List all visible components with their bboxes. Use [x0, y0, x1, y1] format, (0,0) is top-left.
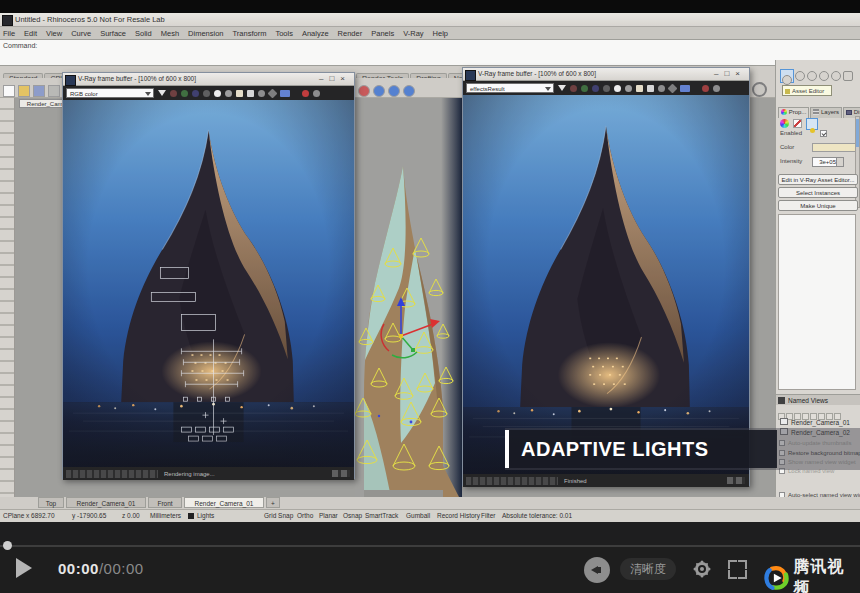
viewport-tab-render-camera-01[interactable]: Render_Camera_01: [66, 497, 146, 508]
menu-vray[interactable]: V-Ray: [403, 29, 423, 38]
red-channel-icon[interactable]: [170, 90, 177, 97]
status-smarttrack[interactable]: SmartTrack: [365, 512, 398, 519]
channel-dropdown[interactable]: RGB color: [66, 88, 154, 98]
menu-edit[interactable]: Edit: [24, 29, 37, 38]
channels-filter-icon[interactable]: [158, 90, 166, 96]
settings-gear-icon[interactable]: [752, 82, 767, 97]
stop-render-icon[interactable]: [702, 85, 709, 92]
render-last-icon[interactable]: [713, 85, 720, 92]
save-image-icon[interactable]: [647, 85, 654, 92]
save-image-icon[interactable]: [247, 90, 254, 97]
clear-image-icon[interactable]: [258, 90, 265, 97]
alpha-channel-icon[interactable]: [603, 85, 610, 92]
stop-render-icon[interactable]: [302, 90, 309, 97]
status-units[interactable]: Millimeters: [150, 512, 181, 519]
model-3d-view[interactable]: [355, 98, 462, 497]
help-red-icon[interactable]: [358, 85, 370, 97]
help-blue-icon[interactable]: [403, 85, 415, 97]
fb-left-titlebar[interactable]: V-Ray frame buffer - [100% of 600 x 800]…: [63, 73, 354, 86]
play-button[interactable]: [16, 558, 32, 578]
maximize-button[interactable]: □: [724, 69, 735, 78]
status-record-history[interactable]: Record History: [437, 512, 480, 519]
clear-image-icon[interactable]: [658, 85, 665, 92]
status-gumball[interactable]: Gumball: [406, 512, 430, 519]
status-ortho[interactable]: Ortho: [297, 512, 313, 519]
menu-view[interactable]: View: [46, 29, 62, 38]
menu-solid[interactable]: Solid: [135, 29, 152, 38]
asset-editor-icon[interactable]: [780, 69, 794, 83]
red-channel-icon[interactable]: [570, 85, 577, 92]
minimize-button[interactable]: ‒: [319, 74, 329, 83]
viewport-tab-render-camera-01-active[interactable]: Render_Camera_01: [184, 497, 264, 508]
viewport-tab-new[interactable]: +: [266, 497, 280, 508]
menu-tools[interactable]: Tools: [275, 29, 293, 38]
vray-frame-buffer-right[interactable]: V-Ray frame buffer - [100% of 600 x 800]…: [462, 67, 750, 486]
vray-region-icon[interactable]: [831, 71, 841, 81]
menu-curve[interactable]: Curve: [71, 29, 91, 38]
close-button[interactable]: ×: [340, 74, 351, 83]
viewport-tab-front[interactable]: Front: [148, 497, 182, 508]
command-area[interactable]: Command:: [0, 39, 860, 66]
left-tool-palette[interactable]: [0, 98, 15, 497]
render-last-icon[interactable]: [313, 90, 320, 97]
vray-camera-icon[interactable]: [807, 71, 817, 81]
maximize-button[interactable]: □: [329, 74, 340, 83]
minimize-button[interactable]: ‒: [714, 69, 724, 78]
fullscreen-icon[interactable]: [728, 560, 747, 579]
status-grid-snap[interactable]: Grid Snap: [264, 512, 293, 519]
status-cplane[interactable]: CPlane: [3, 512, 24, 519]
status-planar[interactable]: Planar: [319, 512, 338, 519]
menu-panels[interactable]: Panels: [371, 29, 394, 38]
compare-icon[interactable]: [668, 83, 678, 93]
scroll-thumb[interactable]: [856, 119, 859, 147]
paint-icon[interactable]: [793, 119, 802, 128]
select-instances-button[interactable]: Select Instances: [778, 187, 858, 198]
globe-icon[interactable]: [373, 85, 385, 97]
open-image-icon[interactable]: [236, 90, 243, 97]
compare-icon[interactable]: [268, 88, 278, 98]
green-channel-icon[interactable]: [181, 90, 188, 97]
fb-status-icons[interactable]: [66, 470, 158, 478]
volume-icon[interactable]: [584, 557, 610, 583]
status-layer[interactable]: Lights: [197, 512, 214, 519]
white-balance-icon[interactable]: [614, 85, 621, 92]
progress-bar[interactable]: [0, 545, 860, 547]
globe2-icon[interactable]: [388, 85, 400, 97]
fb-zoom-controls[interactable]: [332, 470, 350, 477]
menu-surface[interactable]: Surface: [100, 29, 126, 38]
blue-channel-icon[interactable]: [192, 90, 199, 97]
menu-mesh[interactable]: Mesh: [161, 29, 179, 38]
player-settings-icon[interactable]: [692, 559, 712, 579]
print-icon[interactable]: [48, 85, 60, 97]
vray-frame-buffer-left[interactable]: V-Ray frame buffer - [100% of 600 x 800]…: [62, 72, 355, 479]
menu-transform[interactable]: Transform: [233, 29, 267, 38]
open-file-icon[interactable]: [18, 85, 30, 97]
vray-light-icon[interactable]: [819, 71, 829, 81]
alpha-channel-icon[interactable]: [203, 90, 210, 97]
status-filter[interactable]: Filter: [481, 512, 495, 519]
viewport-tab-top[interactable]: Top: [38, 497, 64, 508]
menu-help[interactable]: Help: [433, 29, 448, 38]
light-color-swatch[interactable]: [812, 143, 856, 152]
save-icon[interactable]: [33, 85, 45, 97]
new-file-icon[interactable]: [3, 85, 15, 97]
edit-in-asset-editor-button[interactable]: Edit in V-Ray Asset Editor...: [778, 174, 858, 185]
menu-render[interactable]: Render: [338, 29, 363, 38]
monitor-icon[interactable]: [280, 90, 290, 97]
quality-button[interactable]: 清晰度: [620, 558, 676, 580]
intensity-input[interactable]: 3e+05: [812, 157, 844, 167]
open-image-icon[interactable]: [636, 85, 643, 92]
spinner-arrows[interactable]: [836, 158, 843, 166]
named-view-item[interactable]: Render_Camera_01: [780, 418, 850, 427]
close-button[interactable]: ×: [735, 69, 746, 78]
fb-right-titlebar[interactable]: V-Ray frame buffer - [100% of 600 x 800]…: [463, 68, 749, 81]
menu-analyze[interactable]: Analyze: [302, 29, 329, 38]
progress-knob[interactable]: [3, 541, 12, 550]
blue-channel-icon[interactable]: [592, 85, 599, 92]
status-osnap[interactable]: Osnap: [343, 512, 362, 519]
menu-file[interactable]: File: [3, 29, 15, 38]
grayscale-icon[interactable]: [625, 85, 632, 92]
channels-filter-icon[interactable]: [558, 85, 566, 91]
monitor-icon[interactable]: [680, 85, 690, 92]
channel-dropdown[interactable]: effectsResult: [466, 83, 554, 93]
